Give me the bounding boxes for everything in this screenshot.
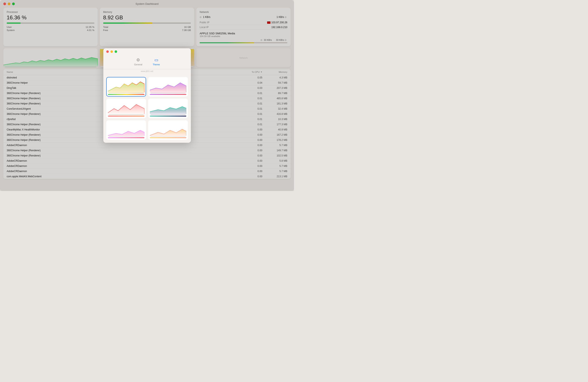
- tab-theme-label: Theme: [153, 63, 160, 66]
- overlay[interactable]: ⚙ General ▭ Theme www.jb51.net: [0, 0, 294, 191]
- theme-chart-purple: [150, 79, 186, 93]
- modal-maximize-button[interactable]: [115, 50, 117, 53]
- theme-card-purple[interactable]: [148, 77, 188, 96]
- theme-card-orange[interactable]: [148, 120, 188, 140]
- theme-card-teal[interactable]: [148, 99, 188, 118]
- general-icon: ⚙: [136, 57, 140, 62]
- tab-theme[interactable]: ▭ Theme: [151, 57, 162, 67]
- theme-chart-pink: [108, 122, 144, 136]
- theme-grid: [103, 74, 191, 143]
- modal-titlebar: [103, 48, 191, 55]
- theme-chart-warm: [108, 100, 144, 115]
- theme-chart-rainbow: [108, 79, 144, 93]
- tab-general[interactable]: ⚙ General: [132, 57, 144, 67]
- theme-card-pink[interactable]: [106, 120, 146, 140]
- theme-chart-teal: [150, 100, 186, 115]
- modal-close-button[interactable]: [106, 50, 109, 53]
- modal-watermark: www.jb51.net: [103, 69, 191, 74]
- theme-modal: ⚙ General ▭ Theme www.jb51.net: [103, 48, 191, 143]
- main-window: System Dashboard Processor 16.36 % User …: [0, 0, 294, 191]
- theme-icon: ▭: [154, 57, 158, 62]
- modal-tabs: ⚙ General ▭ Theme: [103, 55, 191, 69]
- theme-chart-orange: [150, 122, 186, 136]
- modal-minimize-button[interactable]: [110, 50, 113, 53]
- theme-card-warm[interactable]: [106, 99, 146, 118]
- theme-card-rainbow[interactable]: [106, 77, 146, 96]
- tab-general-label: General: [134, 63, 142, 66]
